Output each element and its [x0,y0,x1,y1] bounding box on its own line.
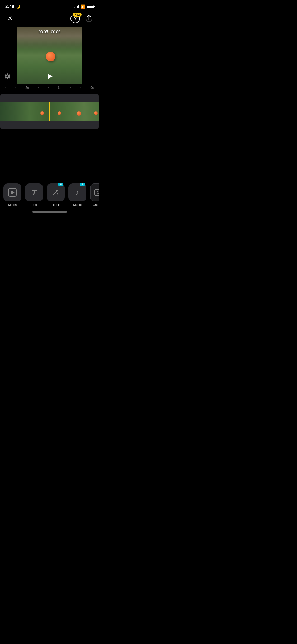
tool-music[interactable]: ♛ ♪ Music [67,183,88,207]
gear-icon [4,73,11,80]
playhead[interactable] [49,102,50,121]
ruler-dot [70,87,71,88]
video-area: 00:05 00:09 [0,27,99,84]
ruler-3s: 3s [25,86,29,90]
top-right-controls: ? New [69,13,94,24]
tool-media[interactable]: Media [2,183,23,207]
signal-bar-4 [78,5,79,8]
video-preview: 00:05 00:09 [17,27,82,84]
signal-icon [74,5,79,8]
share-icon [86,15,92,22]
tool-effects[interactable]: ♛ ✦ ✦ Effects [45,183,66,207]
clip-ball-right-1 [58,111,61,115]
tool-media-label: Media [8,203,17,207]
new-badge: New [73,13,82,17]
tool-text-icon-wrapper: T [25,183,43,201]
svg-text:✦: ✦ [56,192,58,195]
svg-text:✦: ✦ [53,190,55,192]
tool-music-label: Music [73,203,81,207]
text-icon: T [32,188,36,197]
signal-bar-2 [76,6,76,8]
music-icon: ♪ [76,188,79,197]
clip-ball-right-2 [77,111,81,116]
effects-crown-badge: ♛ [58,183,63,186]
tool-captions-label: Captions [93,203,99,207]
tool-media-icon-wrapper [3,183,21,201]
timeline-ruler: 3s 6s 9s [0,84,99,92]
video-timestamp: 00:05 00:09 [39,30,60,34]
crown-icon: ♛ [81,183,84,186]
close-button[interactable]: ✕ [5,14,15,23]
ruler-dot [38,87,39,88]
home-indicator [32,211,67,213]
timestamp-current: 00:05 [39,30,48,34]
signal-bar-3 [77,6,78,8]
wifi-icon: 📶 [81,4,85,9]
fullscreen-icon [73,75,78,80]
time-label: 2:49 [5,4,14,9]
ruler-dot [48,87,49,88]
clip-right[interactable] [50,102,99,121]
moon-icon: 🌙 [16,4,20,9]
ruler-6s: 6s [58,86,61,90]
tool-captions-icon-wrapper: ♛ CC [90,183,99,201]
crown-icon: ♛ [60,183,62,186]
tool-music-icon-wrapper: ♛ ♪ [68,183,86,201]
tool-text[interactable]: T Text [24,183,44,207]
fullscreen-button[interactable] [72,74,79,81]
status-time: 2:49 🌙 [5,4,20,9]
tool-captions[interactable]: ♛ CC Captions [89,183,99,207]
tool-effects-label: Effects [51,203,60,207]
ruler-dot [80,87,81,88]
ruler-9s: 9s [90,86,94,90]
status-bar: 2:49 🌙 📶 [0,0,99,12]
video-ball [46,52,55,61]
timestamp-total: 00:09 [51,30,60,34]
tool-text-label: Text [31,203,37,207]
ruler-dot [5,87,6,88]
share-button[interactable] [84,14,94,23]
clip-ball-right-3 [94,111,98,115]
timeline-clips[interactable] [0,102,99,121]
play-triangle-icon [48,74,53,79]
bottom-toolbar: Media T Text ♛ ✦ ✦ Effects ♛ ♪ [0,183,99,207]
play-button[interactable] [45,72,54,81]
status-icons: 📶 [74,4,94,9]
top-controls: ✕ ? New [0,12,99,27]
signal-bar-1 [74,7,75,8]
settings-button[interactable] [3,72,12,81]
play-small-icon [11,191,15,194]
timeline-header [0,94,99,102]
timeline[interactable] [0,94,99,129]
effects-icon: ✦ ✦ [52,189,59,196]
battery-icon [87,5,94,8]
media-icon [8,188,17,197]
cc-icon: CC [94,189,99,196]
svg-marker-1 [56,190,58,191]
tool-effects-icon-wrapper: ♛ ✦ ✦ [47,183,65,201]
clip-left[interactable] [0,102,50,121]
music-crown-badge: ♛ [80,183,85,186]
help-button[interactable]: ? New [69,13,81,24]
spacer [0,131,99,145]
battery-fill [87,6,93,8]
ruler-dot [15,87,16,88]
close-icon: ✕ [8,15,12,22]
timeline-footer [0,121,99,129]
clip-ball-left [40,111,44,115]
settings-area [3,72,12,81]
